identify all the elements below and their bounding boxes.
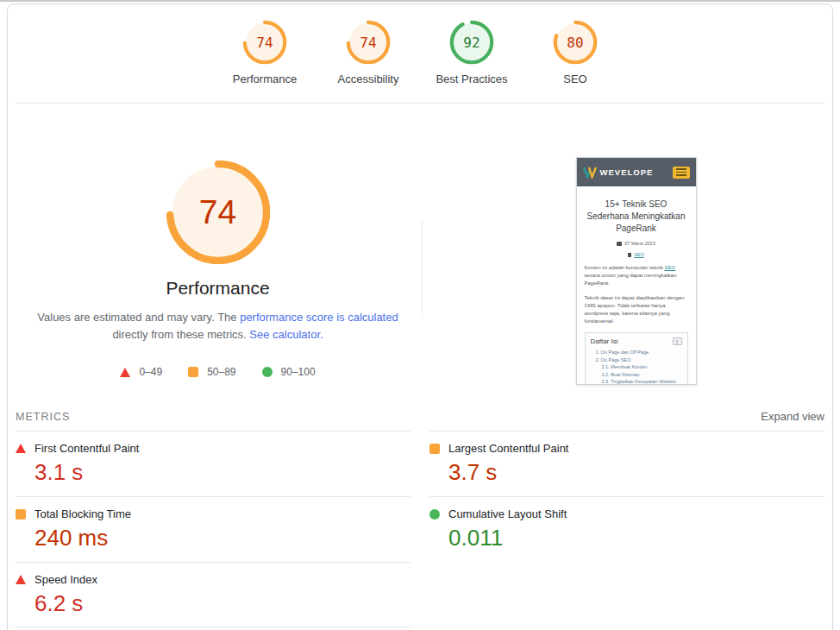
calendar-icon [617, 242, 622, 246]
screenshot-site-name: WEVELOPE [600, 167, 669, 177]
legend-average: 50–89 [188, 366, 235, 378]
fail-triangle-icon [16, 444, 26, 453]
metric-value: 0.011 [448, 525, 824, 551]
metrics-header: METRICS Expand view [16, 403, 824, 431]
screenshot-site-header: WEVELOPE [577, 158, 696, 186]
average-square-icon [429, 444, 440, 454]
metric-label: Cumulative Layout Shift [448, 507, 567, 520]
see-calculator-link[interactable]: See calculator. [249, 328, 323, 341]
toc-list: 1. On Page dan Off Page 2. On Page SEO 2… [591, 349, 682, 385]
screenshot-date-row: 07 Maret 2023 [585, 241, 688, 246]
metric-speed-index: Speed Index 6.2 s [16, 562, 411, 627]
page-top-border [0, 0, 840, 2]
paragraph-text: secara umum yang dapat meningkatkan Page… [585, 273, 677, 286]
paragraph-text: Konten ini adalah kumpulan teknik [585, 265, 665, 270]
gauge-accessibility[interactable]: 74 Accessibility [317, 20, 420, 85]
table-of-contents-box: Daftar Isi ≡ 1. On Page dan Off Page 2. … [585, 332, 688, 385]
legend-pass: 90–100 [262, 366, 316, 378]
metrics-grid: First Contentful Paint 3.1 s Total Block… [16, 431, 824, 627]
metrics-section: METRICS Expand view First Contentful Pai… [16, 403, 824, 627]
score-disclaimer: Values are estimated and may vary. The p… [20, 309, 417, 343]
performance-main-gauge: 74 [166, 161, 270, 264]
metric-label: Largest Contentful Paint [448, 442, 568, 455]
score-summary-row: 74 Performance 74 Accessibility 92 [16, 4, 824, 103]
toc-item: 2.1. Membuat Konten [591, 363, 682, 371]
metric-label: Total Blocking Time [34, 507, 131, 520]
metric-value: 240 ms [34, 525, 411, 551]
screenshot-article-title: 15+ Teknik SEO Sederhana Meningkatkan Pa… [585, 198, 688, 235]
fail-triangle-icon [120, 368, 130, 377]
pass-circle-icon [429, 509, 440, 520]
screenshot-category-link: SEO [634, 252, 644, 257]
gauge-performance[interactable]: 74 Performance [213, 20, 317, 85]
wevelope-logo-icon [583, 167, 597, 179]
page-screenshot-thumbnail: WEVELOPE 15+ Teknik SEO Sederhana Mening… [576, 157, 697, 385]
gauge-best-practices[interactable]: 92 Best Practices [420, 20, 523, 85]
accessibility-gauge-label: Accessibility [338, 72, 399, 85]
seo-gauge-ring: 80 [553, 20, 598, 65]
screenshot-column: WEVELOPE 15+ Teknik SEO Sederhana Mening… [420, 104, 824, 403]
metric-largest-contentful-paint: Largest Contentful Paint 3.7 s [429, 431, 824, 496]
legend-fail-range: 0–49 [139, 366, 162, 378]
toc-header: Daftar Isi ≡ [591, 337, 682, 345]
best-practices-gauge-ring: 92 [449, 20, 494, 65]
fail-triangle-icon [16, 575, 26, 584]
tag-icon [628, 253, 631, 257]
expand-view-button[interactable]: Expand view [761, 410, 824, 423]
disclaimer-text: directly from these metrics. [112, 328, 249, 341]
metric-value: 3.7 s [448, 459, 824, 485]
metric-label: First Contentful Paint [34, 442, 139, 455]
toc-toggle-icon: ≡ [673, 337, 682, 345]
seo-inline-link: SEO [665, 265, 676, 270]
disclaimer-text: Values are estimated and may vary. The [37, 311, 240, 324]
vertical-divider [422, 221, 423, 318]
average-square-icon [188, 367, 198, 377]
best-practices-score: 92 [449, 20, 494, 65]
screenshot-article: 15+ Teknik SEO Sederhana Meningkatkan Pa… [577, 186, 696, 385]
performance-section: 74 Performance Values are estimated and … [16, 104, 824, 403]
toc-item: 2.3. Tingkatkan Kecepatan Website [591, 378, 682, 385]
toc-item: 2. On Page SEO [591, 356, 682, 364]
metric-first-contentful-paint: First Contentful Paint 3.1 s [16, 431, 411, 496]
average-square-icon [16, 509, 26, 520]
legend-pass-range: 90–100 [281, 366, 316, 378]
score-calculation-link[interactable]: performance score is calculated [240, 311, 398, 324]
metric-total-blocking-time: Total Blocking Time 240 ms [16, 496, 411, 562]
metric-cumulative-layout-shift: Cumulative Layout Shift 0.011 [429, 496, 824, 562]
performance-gauge-ring: 74 [242, 20, 287, 65]
performance-title: Performance [166, 278, 269, 299]
performance-main-score: 74 [166, 161, 270, 264]
metrics-heading: METRICS [16, 411, 70, 423]
score-legend: 0–49 50–89 90–100 [120, 366, 315, 378]
performance-score: 74 [242, 20, 287, 65]
hamburger-menu-icon [673, 167, 690, 179]
legend-average-range: 50–89 [207, 366, 235, 378]
screenshot-category-row: SEO [585, 252, 688, 257]
screenshot-paragraph-2: Teknik dasar ini dapat diaplikasikan den… [585, 294, 688, 325]
metric-value: 3.1 s [34, 459, 411, 485]
accessibility-gauge-ring: 74 [346, 20, 391, 65]
seo-gauge-label: SEO [563, 72, 586, 85]
gauge-seo[interactable]: 80 SEO [523, 20, 627, 85]
performance-gauge-label: Performance [233, 72, 297, 85]
best-practices-gauge-label: Best Practices [436, 72, 507, 85]
seo-score: 80 [553, 20, 598, 65]
accessibility-score: 74 [346, 20, 391, 65]
toc-title: Daftar Isi [591, 337, 618, 345]
metric-value: 6.2 s [34, 590, 411, 616]
legend-fail: 0–49 [120, 366, 162, 378]
performance-column: 74 Performance Values are estimated and … [16, 104, 420, 403]
toc-item: 2.2. Buat Sitemap [591, 371, 682, 379]
lighthouse-report-card: 74 Performance 74 Accessibility 92 [7, 3, 833, 630]
pass-circle-icon [262, 367, 273, 377]
screenshot-date: 07 Maret 2023 [624, 241, 655, 246]
screenshot-paragraph-1: Konten ini adalah kumpulan teknik SEO se… [585, 264, 688, 287]
metric-label: Speed Index [34, 573, 97, 586]
toc-item: 1. On Page dan Off Page [591, 349, 682, 356]
